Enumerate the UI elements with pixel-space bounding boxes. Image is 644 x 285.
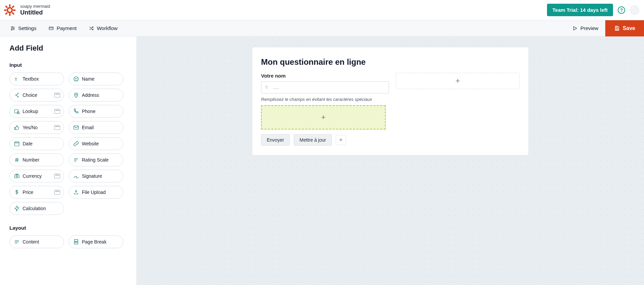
drop-zone-below-selected[interactable]: + [261,105,386,130]
submit-button[interactable]: Envoyer [261,134,290,146]
svg-line-27 [19,113,20,114]
field-email[interactable]: Email [69,121,123,134]
field-website-label: Website [82,141,120,146]
card-indicator-icon [54,174,60,178]
svg-rect-30 [14,142,19,146]
form-title-heading[interactable]: Mon questionnaire en ligne [261,57,520,67]
field-currency-label: Currency [23,173,52,179]
svg-marker-45 [15,206,19,211]
svg-line-6 [13,13,14,14]
trial-button[interactable]: Team Trial: 14 days left [547,4,613,16]
field-number[interactable]: Number [9,153,64,166]
lines-icon [14,239,20,245]
pin-icon [73,92,79,98]
lookup-icon [14,108,20,114]
field-textbox-label: Textbox [23,76,60,82]
field-fileupload[interactable]: File Upload [69,186,123,199]
dollar-icon [14,189,20,195]
help-icon[interactable]: ? [618,6,625,14]
settings-tab[interactable]: Settings [4,25,42,31]
plus-icon: + [456,77,460,85]
svg-rect-43 [16,174,18,175]
form-title[interactable]: Untitled [20,9,50,17]
field-website[interactable]: Website [69,137,123,150]
svg-text:T: T [265,85,268,90]
field-email-label: Email [82,125,120,130]
svg-rect-29 [74,126,78,130]
svg-point-42 [16,176,18,177]
field-yesno[interactable]: Yes/No [9,121,64,134]
svg-line-7 [6,13,7,14]
hash-icon [14,157,20,163]
field-content[interactable]: Content [9,235,64,248]
field-choice[interactable]: Choice [9,89,64,102]
field-signature-label: Signature [82,173,120,179]
field-hint: Remplissez le champs en évitant les cara… [261,97,389,102]
save-button[interactable]: Save [605,20,644,36]
field-yesno-label: Yes/No [23,125,52,130]
svg-marker-17 [574,26,577,30]
field-phone[interactable]: Phone [69,105,123,118]
payment-tab[interactable]: Payment [42,25,83,31]
save-label: Save [623,25,635,31]
svg-rect-25 [14,110,18,113]
text-input[interactable]: T .... [261,81,389,93]
form-card: Mon questionnaire en ligne Votre nom T .… [252,47,528,155]
field-date[interactable]: Date [9,137,64,150]
svg-rect-41 [14,175,19,178]
field-name-label: Name [82,76,120,82]
svg-point-10 [12,26,13,27]
upload-icon [73,189,79,195]
avatar[interactable] [630,5,639,15]
field-textbox[interactable]: T Textbox [9,73,64,85]
card-indicator-icon [54,190,60,195]
plus-icon: + [339,137,343,143]
drop-zone-right[interactable]: + [396,73,520,89]
field-address[interactable]: Address [69,89,123,102]
svg-point-12 [13,28,14,29]
field-lookup-label: Lookup [23,109,52,114]
field-lookup[interactable]: Lookup [9,105,64,118]
bolt-icon [14,205,20,211]
field-price[interactable]: Price [9,186,64,199]
svg-rect-49 [74,239,78,241]
field-phone-label: Phone [82,109,120,114]
sidebar: Add Field Input T Textbox Name Choice Ad… [0,36,137,285]
svg-line-8 [13,6,14,7]
settings-label: Settings [18,25,36,31]
link-icon [73,141,79,147]
svg-rect-50 [74,243,78,244]
field-calculation[interactable]: Calculation [9,202,64,215]
update-button[interactable]: Mettre à jour [294,134,332,146]
field-currency[interactable]: Currency [9,170,64,182]
svg-text:T: T [14,77,18,82]
calendar-icon [14,141,20,147]
titles: soapy mermaid Untitled [20,4,50,16]
workflow-tab[interactable]: Workflow [83,25,123,31]
payment-label: Payment [57,25,76,31]
field-name[interactable]: Name [69,73,123,85]
canvas[interactable]: Mon questionnaire en ligne Votre nom T .… [137,36,644,285]
field-fileupload-label: File Upload [82,190,120,195]
svg-point-0 [7,7,12,12]
svg-point-24 [75,94,77,95]
workspace-name[interactable]: soapy mermaid [20,4,50,9]
field-pagebreak-label: Page Break [82,239,120,245]
shuffle-icon [89,26,94,31]
field-number-label: Number [23,157,60,163]
field-signature[interactable]: Signature [69,170,123,182]
field-pagebreak[interactable]: Page Break [69,235,123,248]
preview-button[interactable]: Preview [566,25,605,31]
field-choice-label: Choice [23,92,52,98]
field-date-label: Date [23,141,60,146]
add-button-square[interactable]: + [336,135,346,145]
card-indicator-icon [54,93,60,97]
phone-icon [73,108,79,114]
branch-icon [14,92,20,98]
camera-icon [14,173,20,179]
field-label: Votre nom [261,73,389,79]
field-address-label: Address [82,92,120,98]
field-rating[interactable]: Rating Scale [69,153,123,166]
card-indicator-icon [54,125,60,130]
form-field-votre-nom[interactable]: Votre nom T .... Remplissez le champs en… [261,73,389,102]
